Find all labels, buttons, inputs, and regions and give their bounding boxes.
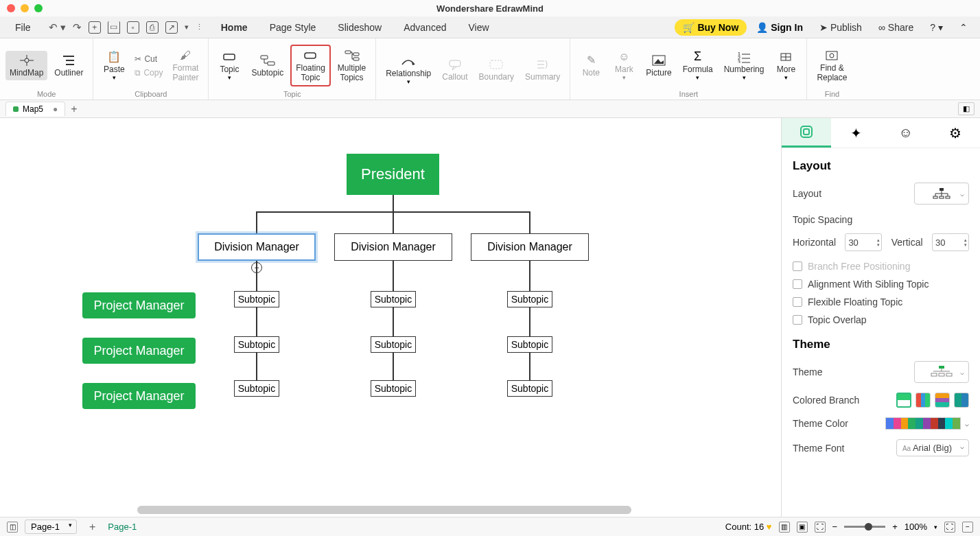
export-icon[interactable]: ↗ [165,21,178,34]
close-window-button[interactable] [7,4,15,12]
formula-button[interactable]: Σ Formula ▾ [679,47,717,84]
menu-advanced[interactable]: Advanced [394,19,456,36]
node-division-1[interactable]: Division Manager [198,233,316,261]
add-page-button[interactable]: + [84,521,101,533]
node-subtopic[interactable]: Subtopic [371,380,416,397]
node-subtopic[interactable]: Subtopic [371,291,416,307]
topic-button[interactable]: Topic ▾ [214,47,244,84]
vertical-spinner[interactable]: 30 [932,233,969,251]
subtopic-button[interactable]: Subtopic [247,51,288,80]
publish-button[interactable]: ➤Publish [813,19,869,36]
menu-view[interactable]: View [458,19,498,36]
floating-node-2[interactable]: Project Manager [82,338,196,364]
swatch-2[interactable] [915,393,931,408]
maximize-window-button[interactable] [34,4,43,12]
topic-overlap-check[interactable]: Topic Overlap [793,314,969,325]
theme-color-select[interactable]: ⌵ [885,417,969,430]
save-icon[interactable]: ▫ [127,21,139,34]
horizontal-spinner[interactable]: 30 [845,233,882,251]
buy-now-button[interactable]: 🛒Buy Now [675,19,747,36]
node-subtopic[interactable]: Subtopic [234,380,279,397]
fit-view-button[interactable]: ⛶ [815,522,826,533]
share-button[interactable]: ∞Share [872,19,920,36]
mindmap-mode-button[interactable]: MindMap [5,51,47,80]
node-subtopic[interactable]: Subtopic [371,336,416,353]
print-icon[interactable]: ⎙ [146,21,159,34]
style-tab[interactable]: ✦ [831,118,880,148]
view-mode-1[interactable]: ▥ [779,522,790,533]
menu-home[interactable]: Home [211,19,257,36]
zoom-slider[interactable] [844,526,885,528]
swatch-4[interactable] [954,393,969,408]
share-label: Share [888,22,913,33]
emoji-tab[interactable]: ☺ [881,118,931,148]
floating-node-1[interactable]: Project Manager [82,292,196,318]
panel-toggle-button[interactable]: ◧ [958,102,975,115]
node-subtopic[interactable]: Subtopic [507,336,552,353]
node-president[interactable]: President [347,154,439,195]
outliner-mode-button[interactable]: Outliner [50,51,87,80]
view-mode-2[interactable]: ▣ [797,522,808,533]
settings-tab[interactable]: ⚙ [931,118,980,148]
node-subtopic[interactable]: Subtopic [507,291,552,307]
document-tab[interactable]: Map5 ● [5,102,65,116]
share-icon: ∞ [878,22,885,33]
minimize-window-button[interactable] [21,4,29,12]
cut-button[interactable]: ✂Cut [132,53,165,65]
find-replace-button[interactable]: Find & Replace [813,46,851,84]
help-button[interactable]: ?▾ [923,19,950,36]
fullscreen-button[interactable]: ⛶ [944,522,955,533]
page-selector[interactable]: Page-1 [25,520,77,534]
menu-slideshow[interactable]: Slideshow [328,19,391,36]
swatch-1[interactable] [896,393,911,408]
node-division-3[interactable]: Division Manager [471,233,589,261]
file-menu[interactable]: File [5,19,40,36]
note-button[interactable]: ✎ Note [576,51,606,80]
node-division-2[interactable]: Division Manager [334,233,452,261]
menu-page-style[interactable]: Page Style [260,19,326,36]
collapse-ribbon-button[interactable]: ⌃ [953,19,975,36]
floating-topic-button[interactable]: Floating Topic [290,45,331,86]
node-subtopic[interactable]: Subtopic [234,291,279,307]
summary-button[interactable]: Summary [521,55,564,84]
node-subtopic[interactable]: Subtopic [507,380,552,397]
mark-button[interactable]: ☺ Mark ▾ [609,47,639,84]
layout-select[interactable] [914,183,969,205]
sign-in-label: Sign In [771,22,803,33]
active-page-tab[interactable]: Page-1 [108,522,137,532]
zoom-out-button[interactable]: − [832,522,838,532]
more-button[interactable]: More ▾ [771,47,801,84]
minimize-panel-button[interactable]: − [962,522,973,533]
redo-icon[interactable]: ↷ [73,21,82,34]
canvas-area[interactable]: President Division Manager Division Mana… [0,118,781,517]
boundary-button[interactable]: Boundary [475,55,518,84]
page-list-icon[interactable]: ◫ [7,522,18,533]
relationship-button[interactable]: Relationship ▾ [382,51,435,88]
layout-tab[interactable] [782,118,831,148]
picture-button[interactable]: Picture [642,51,675,80]
format-painter-button[interactable]: 🖌 Format Painter [168,46,202,84]
sign-in-button[interactable]: 👤Sign In [749,19,810,36]
node-subtopic[interactable]: Subtopic [234,336,279,353]
zoom-in-button[interactable]: + [892,522,898,532]
callout-button[interactable]: Callout [438,55,471,84]
undo-icon[interactable]: ↶ ▾ [49,21,66,34]
paste-button[interactable]: 📋 Paste ▾ [99,47,129,84]
horizontal-scrollbar[interactable] [137,506,631,514]
qat-overflow-icon[interactable]: ⋮ [196,23,203,32]
zoom-value[interactable]: 100% [905,522,927,532]
numbering-button[interactable]: 123 Numbering ▾ [720,47,769,84]
swatch-3[interactable] [935,393,950,408]
theme-select[interactable] [914,361,969,383]
copy-button[interactable]: ⧉Copy [132,67,165,79]
new-icon[interactable]: + [89,21,101,34]
floating-node-3[interactable]: Project Manager [82,383,196,409]
colored-branch-swatches[interactable] [896,393,969,408]
qat-more-icon[interactable]: ▾ [185,23,189,32]
theme-font-select[interactable]: Aa Arial (Big)⌵ [896,439,969,456]
add-tab-button[interactable]: + [71,103,77,115]
multiple-topics-button[interactable]: Multiple Topics [334,46,370,84]
alignment-sibling-check[interactable]: Alignment With Sibling Topic [793,279,969,290]
flexible-floating-check[interactable]: Flexible Floating Topic [793,296,969,307]
open-icon[interactable]: ▭ [108,21,120,34]
